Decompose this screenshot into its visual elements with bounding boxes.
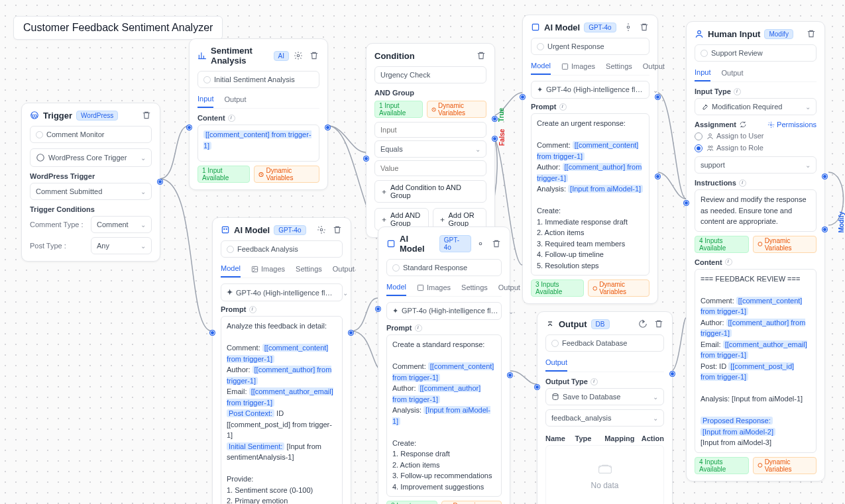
content-textarea[interactable]: [[comment_content] from trigger-1]	[197, 125, 319, 162]
permissions-link[interactable]: Permissions	[767, 121, 817, 128]
db-select[interactable]: feedback_analysis	[545, 409, 664, 427]
comment-type-select[interactable]: Comment	[91, 216, 152, 233]
delete-icon[interactable]	[332, 225, 343, 235]
tab-settings[interactable]: Settings	[606, 59, 632, 75]
delete-icon[interactable]	[141, 110, 152, 121]
tab-output[interactable]: Output	[333, 262, 355, 277]
refresh-icon[interactable]	[739, 121, 747, 128]
instructions-textarea[interactable]: Review and modify the response as needed…	[695, 189, 817, 232]
condition-value[interactable]	[374, 160, 486, 176]
status-icon	[36, 131, 43, 138]
settings-icon[interactable]	[293, 50, 304, 61]
delete-icon[interactable]	[806, 28, 817, 39]
delete-icon[interactable]	[639, 22, 649, 32]
role-select[interactable]: support	[695, 156, 817, 174]
feedback-ai-node[interactable]: AI Model GPT-4o Feedback Analysis Model …	[212, 217, 351, 504]
trigger-name-field[interactable]: Comment Monitor	[30, 126, 152, 143]
chart-icon	[197, 51, 207, 60]
prompt-textarea[interactable]: Create a standard response: Comment: [[c…	[386, 334, 502, 497]
wp-trigger-label: WordPress Trigger	[30, 172, 152, 180]
info-icon	[228, 115, 235, 122]
edge-false-label: False	[498, 129, 506, 146]
ai-icon	[386, 239, 396, 248]
content-textarea[interactable]: === FEEDBACK REVIEW === Comment: [[comme…	[695, 269, 817, 453]
svg-point-9	[253, 268, 254, 269]
urgent-ai-node[interactable]: AI Model GPT-4o Urgent Response Model Im…	[522, 15, 658, 304]
trigger-badge: WordPress	[76, 111, 118, 121]
tab-output[interactable]: Output	[643, 59, 665, 75]
condition-name[interactable]: Urgency Check	[374, 66, 486, 83]
settings-icon[interactable]	[475, 238, 486, 249]
output-type-select[interactable]: Save to Database	[545, 388, 664, 405]
core-trigger-select[interactable]: WordPress Core Trigger	[30, 148, 152, 167]
tab-images[interactable]: Images	[561, 59, 595, 75]
tab-output[interactable]: Output	[721, 66, 743, 81]
tab-images[interactable]: Images	[251, 262, 285, 277]
settings-icon[interactable]	[623, 22, 634, 32]
model-select[interactable]: ✦GPT-4o (High-intelligence flagship mode…	[386, 302, 502, 320]
table-header: Name Type Mapping Action	[545, 432, 664, 445]
input-type-select[interactable]: Modification Required	[695, 98, 817, 115]
output-node[interactable]: Output DB Feedback Database Output Outpu…	[537, 311, 673, 504]
svg-point-28	[758, 464, 762, 468]
condition-node[interactable]: Condition Urgency Check AND Group 1 Inpu…	[366, 43, 495, 238]
svg-rect-21	[598, 466, 611, 474]
tab-output[interactable]: Output	[498, 280, 520, 296]
standard-ai-node[interactable]: AI Model GPT-4o Standard Response Model …	[378, 227, 510, 504]
svg-point-7	[320, 228, 323, 231]
post-type-select[interactable]: Any	[91, 237, 152, 254]
condition-operator[interactable]: Equals	[374, 140, 486, 158]
model-select[interactable]: ✦GPT-4o (High-intelligence flagship mode…	[221, 283, 343, 301]
prompt-textarea[interactable]: Analyze this feedback in detail: Comment…	[221, 316, 343, 504]
sentiment-title: Sentiment Analysis	[211, 46, 270, 66]
sentiment-name[interactable]: Initial Sentiment Analysis	[197, 71, 319, 88]
prompt-textarea[interactable]: Create an urgent response: Comment: [[co…	[531, 113, 649, 276]
svg-point-24	[709, 134, 712, 136]
tab-output[interactable]: Output	[545, 356, 567, 372]
tab-images[interactable]: Images	[417, 280, 451, 296]
svg-rect-12	[532, 24, 538, 30]
delete-icon[interactable]	[491, 238, 502, 249]
dynamic-variables[interactable]: Dynamic Variables	[254, 166, 319, 183]
feedback-name[interactable]: Feedback Analysis	[221, 240, 343, 258]
trigger-title: Trigger	[43, 111, 72, 121]
status-icon	[203, 76, 211, 83]
tab-output[interactable]: Output	[224, 92, 246, 108]
tab-model[interactable]: Model	[386, 280, 406, 296]
condition-input[interactable]	[374, 122, 486, 138]
model-select[interactable]: ✦GPT-4o (High-intelligence flagship mode…	[531, 81, 649, 99]
delete-icon[interactable]	[309, 50, 319, 61]
svg-point-27	[758, 242, 762, 246]
tab-input[interactable]: Input	[197, 92, 213, 108]
wp-trigger-select[interactable]: Comment Submitted	[30, 183, 152, 200]
tab-model[interactable]: Model	[531, 59, 551, 75]
svg-point-2	[297, 54, 300, 57]
tab-settings[interactable]: Settings	[461, 280, 488, 296]
svg-rect-16	[388, 240, 394, 246]
delete-icon[interactable]	[653, 319, 664, 329]
refresh-icon[interactable]	[638, 319, 648, 329]
sentiment-node[interactable]: Sentiment Analysis AI Initial Sentiment …	[189, 38, 328, 190]
assign-role-radio[interactable]: Assign to Role	[695, 143, 817, 152]
delete-icon[interactable]	[476, 50, 486, 61]
tab-input[interactable]: Input	[695, 66, 710, 81]
trigger-node[interactable]: Trigger WordPress Comment Monitor WordPr…	[21, 103, 160, 262]
assign-user-radio[interactable]: Assign to User	[695, 131, 817, 140]
svg-point-1	[37, 154, 44, 162]
svg-rect-14	[562, 64, 567, 69]
inputs-available[interactable]: 1 Input Available	[197, 166, 250, 183]
human-input-node[interactable]: Human Input Modify Support Review Input …	[686, 21, 825, 481]
tab-model[interactable]: Model	[221, 262, 241, 277]
workflow-title: Customer Feedback Sentiment Analyzer	[13, 16, 223, 40]
settings-icon[interactable]	[316, 225, 327, 235]
tab-settings[interactable]: Settings	[296, 262, 322, 277]
nodata: No data	[545, 445, 664, 504]
svg-point-20	[553, 394, 558, 396]
add-condition-button[interactable]: ＋ Add Condition to AND Group	[374, 180, 486, 203]
svg-point-15	[593, 286, 597, 290]
svg-point-26	[710, 146, 712, 148]
wordpress-icon	[30, 111, 39, 120]
svg-point-6	[226, 228, 227, 229]
ai-badge: AI	[274, 51, 289, 61]
ai-icon	[221, 225, 230, 234]
